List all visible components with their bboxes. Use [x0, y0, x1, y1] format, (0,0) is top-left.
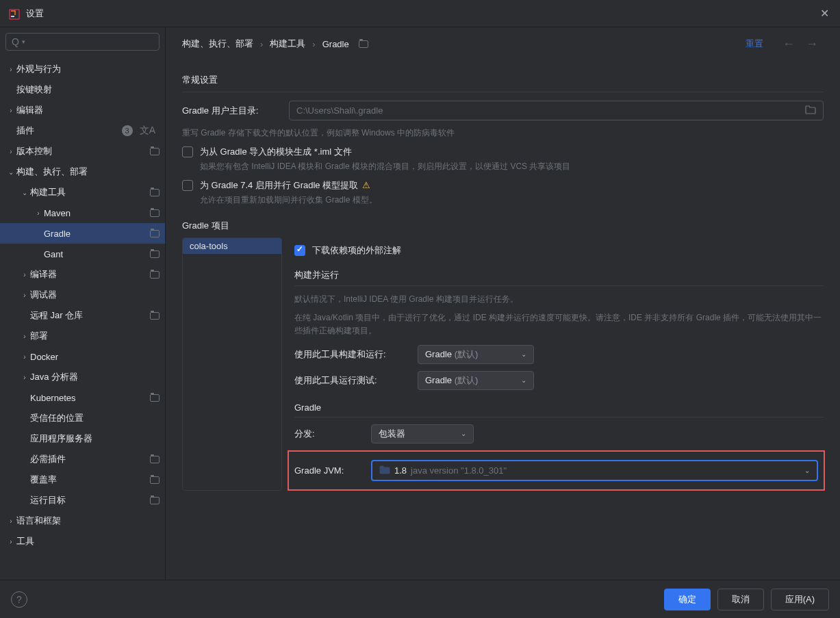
sidebar-item[interactable]: ›外观与行为	[0, 59, 165, 79]
folder-icon[interactable]	[805, 105, 816, 116]
sidebar-item-label: 覆盖率	[30, 474, 146, 486]
gradle-section-title: Gradle	[294, 402, 824, 417]
sidebar-item[interactable]: ⌄构建工具	[0, 182, 165, 203]
sidebar-item-label: 受信任的位置	[30, 412, 160, 424]
close-icon[interactable]: ✕	[817, 4, 832, 23]
sidebar-item[interactable]: ›版本控制	[0, 141, 165, 162]
tree-arrow-icon: ›	[19, 271, 30, 279]
test-with-dropdown[interactable]: Gradle (默认) ⌄	[418, 371, 534, 390]
sidebar-item-label: 远程 Jar 仓库	[30, 309, 146, 322]
project-scope-icon	[150, 230, 160, 237]
nav-back-icon[interactable]: ←	[777, 37, 800, 51]
nav-forward-icon[interactable]: →	[800, 37, 824, 51]
language-icon: 文A	[137, 125, 158, 137]
sidebar-item[interactable]: ›Java 分析器	[0, 367, 165, 387]
dist-label: 分发:	[294, 428, 371, 440]
sidebar-item-label: 外观与行为	[16, 63, 160, 75]
projects-section-title: Gradle 项目	[182, 220, 824, 232]
sidebar-item-label: 插件	[16, 125, 122, 137]
sidebar-item[interactable]: 应用程序服务器	[0, 428, 165, 449]
sidebar-item-label: Java 分析器	[30, 371, 160, 383]
user-home-hint: 重写 Gradle 存储下载文件的默认位置，例如调整 Windows 中的防病毒…	[182, 127, 824, 139]
project-scope-icon	[150, 209, 160, 217]
breadcrumb-current: Gradle	[322, 39, 349, 49]
chevron-right-icon: ›	[312, 39, 315, 49]
main-panel: 构建、执行、部署 › 构建工具 › Gradle 重置 ← → 常规设置 Gra…	[166, 27, 840, 580]
search-field[interactable]	[25, 37, 153, 47]
ok-button[interactable]: 确定	[664, 589, 711, 610]
sidebar-item[interactable]: 运行目标	[0, 490, 165, 511]
folder-icon	[379, 465, 390, 476]
jvm-highlight: Gradle JVM: 1.8 java version "1.8.0_301"…	[288, 450, 825, 491]
sidebar-item[interactable]: ›工具	[0, 531, 165, 552]
tree-arrow-icon: ›	[5, 66, 16, 73]
project-scope-icon	[150, 312, 160, 320]
sidebar-item[interactable]: 插件3文A	[0, 120, 165, 141]
dist-dropdown[interactable]: 包装器 ⌄	[371, 424, 474, 443]
build-run-desc1: 默认情况下，IntelliJ IDEA 使用 Gradle 构建项目并运行任务。	[294, 293, 824, 306]
sidebar-item-label: Docker	[30, 352, 160, 362]
sidebar-item[interactable]: ›Docker	[0, 346, 165, 367]
sidebar-item[interactable]: ⌄构建、执行、部署	[0, 162, 165, 182]
search-input[interactable]: Q ▾	[5, 33, 160, 51]
update-count-badge: 3	[122, 125, 133, 136]
sidebar-item[interactable]: ›编译器	[0, 264, 165, 285]
build-run-desc2: 在纯 Java/Kotlin 项目中，由于进行了优化，通过 IDE 构建并运行的…	[294, 311, 824, 337]
app-icon	[8, 8, 19, 19]
generate-iml-checkbox[interactable]	[182, 146, 193, 157]
sidebar-item[interactable]: ›Maven	[0, 203, 165, 223]
chevron-right-icon: ›	[260, 39, 263, 49]
build-with-label: 使用此工具构建和运行:	[294, 348, 418, 361]
sidebar: Q ▾ ›外观与行为按键映射›编辑器插件3文A›版本控制⌄构建、执行、部署⌄构建…	[0, 27, 166, 580]
project-scope-icon	[150, 148, 160, 155]
build-with-dropdown[interactable]: Gradle (默认) ⌄	[418, 345, 534, 364]
tree-arrow-icon: ›	[19, 292, 30, 299]
chevron-down-icon: ⌄	[461, 430, 466, 437]
sidebar-item[interactable]: ›调试器	[0, 285, 165, 305]
reset-link[interactable]: 重置	[746, 38, 763, 50]
sidebar-item[interactable]: 远程 Jar 仓库	[0, 305, 165, 326]
parallel-model-checkbox[interactable]	[182, 180, 193, 191]
content: 常规设置 Gradle 用户主目录: C:\Users\Shali\.gradl…	[166, 60, 840, 580]
project-item[interactable]: cola-tools	[183, 238, 281, 254]
sidebar-item[interactable]: Gradle	[0, 223, 165, 244]
sidebar-item[interactable]: 按键映射	[0, 79, 165, 100]
breadcrumb-item[interactable]: 构建、执行、部署	[182, 38, 253, 50]
apply-button[interactable]: 应用(A)	[771, 589, 829, 610]
sidebar-item[interactable]: ›语言和框架	[0, 511, 165, 531]
project-scope-icon	[150, 476, 160, 484]
breadcrumb: 构建、执行、部署 › 构建工具 › Gradle	[182, 38, 746, 50]
window-title: 设置	[26, 8, 817, 20]
sidebar-item-label: 构建工具	[30, 186, 146, 198]
project-scope-icon	[150, 271, 160, 279]
sidebar-item[interactable]: 受信任的位置	[0, 408, 165, 428]
chevron-down-icon: ⌄	[521, 350, 526, 358]
tree-arrow-icon: ›	[19, 353, 30, 361]
topbar: 构建、执行、部署 › 构建工具 › Gradle 重置 ← →	[166, 27, 840, 60]
sidebar-item-label: Gant	[44, 249, 146, 259]
titlebar: 设置 ✕	[0, 0, 840, 27]
tree-arrow-icon: ›	[5, 107, 16, 114]
sidebar-item[interactable]: ›编辑器	[0, 100, 165, 120]
footer: ? 确定 取消 应用(A)	[0, 580, 840, 618]
help-button[interactable]: ?	[11, 591, 27, 608]
tree-arrow-icon: ›	[33, 209, 44, 217]
sidebar-item[interactable]: 必需插件	[0, 449, 165, 469]
chevron-down-icon: ⌄	[804, 467, 810, 474]
download-annotations-checkbox[interactable]	[294, 245, 305, 256]
project-list[interactable]: cola-tools	[182, 237, 282, 491]
sidebar-item-label: 应用程序服务器	[30, 433, 160, 445]
sidebar-item[interactable]: 覆盖率	[0, 469, 165, 490]
project-scope-icon	[150, 497, 160, 504]
jvm-dropdown[interactable]: 1.8 java version "1.8.0_301" ⌄	[371, 460, 818, 481]
generate-iml-hint: 如果您有包含 IntelliJ IDEA 模块和 Gradle 模块的混合项目，…	[200, 161, 570, 172]
breadcrumb-item[interactable]: 构建工具	[270, 38, 305, 50]
sidebar-item[interactable]: ›部署	[0, 326, 165, 346]
sidebar-item[interactable]: Kubernetes	[0, 387, 165, 408]
warning-icon: ⚠	[362, 180, 370, 190]
cancel-button[interactable]: 取消	[717, 589, 764, 610]
sidebar-item[interactable]: Gant	[0, 244, 165, 264]
user-home-input[interactable]: C:\Users\Shali\.gradle	[289, 101, 824, 120]
sidebar-item-label: 编译器	[30, 268, 146, 281]
settings-tree: ›外观与行为按键映射›编辑器插件3文A›版本控制⌄构建、执行、部署⌄构建工具›M…	[0, 56, 165, 580]
